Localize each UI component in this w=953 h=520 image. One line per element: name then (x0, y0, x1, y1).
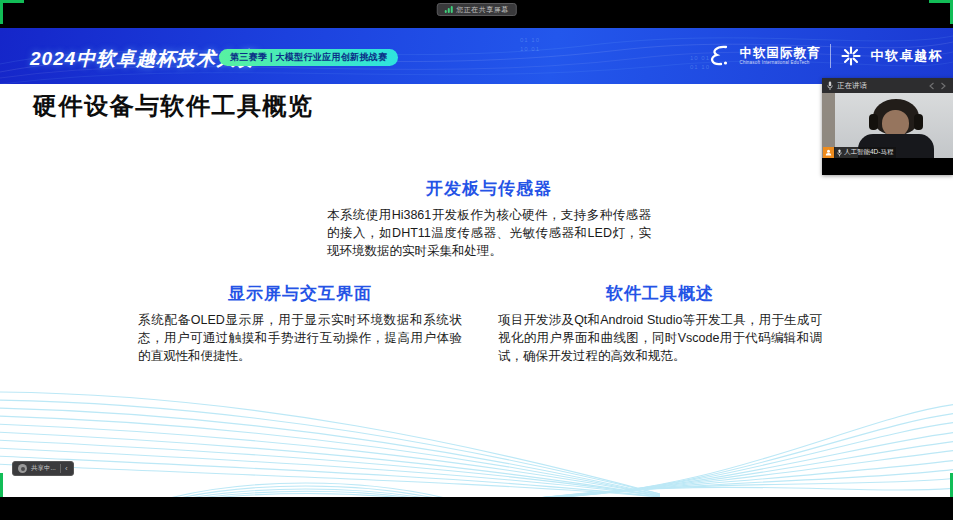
participant-name-label: 人工智能4D-马程 (834, 147, 896, 158)
speaking-status-text: 正在讲话 (837, 81, 867, 91)
webcam-overlay-panel[interactable]: 正在讲话 (822, 78, 953, 175)
section-dev-board: 开发板与传感器 本系统使用Hi3861开发板作为核心硬件，支持多种传感器的接入，… (327, 177, 651, 260)
season-badge: 第三赛季 | 大模型行业应用创新挑战赛 (219, 49, 398, 66)
prev-speaker-icon[interactable] (927, 82, 936, 90)
collapse-chevron-icon[interactable]: ‹ (65, 465, 68, 473)
season-badge-text: 第三赛季 | 大模型行业应用创新挑战赛 (230, 51, 387, 64)
share-status-text: 您正在共享屏幕 (456, 5, 509, 15)
excellence-cup-logo-text: 中软卓越杯 (871, 47, 944, 65)
meeting-app-icon (18, 464, 27, 473)
webcam-bottom-filler (822, 158, 953, 175)
participant-face (882, 110, 909, 137)
microphone-icon (837, 149, 842, 157)
section-body: 项目开发涉及Qt和Android Studio等开发工具，用于生成可视化的用户界… (498, 311, 822, 365)
share-frame-mark (0, 0, 24, 3)
section-body: 本系统使用Hi3861开发板作为核心硬件，支持多种传感器的接入，如DHT11温度… (327, 206, 651, 260)
logo1-name: 中软国际教育 (740, 47, 821, 61)
toolbar-divider (60, 464, 61, 473)
share-frame-mark (0, 473, 3, 497)
share-float-toolbar[interactable]: 共享中... ‹ (12, 461, 74, 476)
participant-name-row: 人工智能4D-马程 (823, 147, 896, 158)
logo1-subtitle: Chinasoft International EduTech (740, 60, 821, 65)
section-heading: 开发板与传感器 (327, 177, 651, 200)
headphone-right (914, 114, 923, 130)
hand-raise-badge (823, 147, 834, 158)
chinasoft-edu-logo-icon (707, 44, 731, 68)
excellence-cup-logo-icon (840, 45, 862, 67)
competition-banner: 01 10 10 01 10 01 01 10 2024中软卓越杯技术大赛 第三… (0, 28, 953, 84)
section-heading: 软件工具概述 (498, 282, 822, 305)
share-toolbar-label: 共享中... (31, 464, 56, 473)
logo-divider (830, 44, 831, 68)
section-heading: 显示屏与交互界面 (138, 282, 462, 305)
chinasoft-edu-logo-text: 中软国际教育 Chinasoft International EduTech (740, 47, 821, 66)
shared-slide: 硬件设备与软件工具概览 开发板与传感器 本系统使用Hi3861开发板作为核心硬件… (0, 84, 953, 497)
slide-title: 硬件设备与软件工具概览 (33, 90, 314, 122)
next-speaker-icon[interactable] (939, 82, 948, 90)
section-display: 显示屏与交互界面 系统配备OLED显示屏，用于显示实时环境数据和系统状态，用户可… (138, 282, 462, 365)
share-frame-mark (0, 0, 3, 24)
binary-decoration: 01 10 10 01 (520, 36, 540, 54)
microphone-icon (827, 81, 833, 91)
bottom-black-bar (0, 497, 953, 520)
slide-wave-decoration (0, 388, 953, 497)
participant-name-text: 人工智能4D-马程 (844, 148, 893, 157)
screen: 您正在共享屏幕 01 10 10 01 10 01 01 10 2024中软卓越… (0, 0, 953, 520)
signal-bars-icon (444, 6, 452, 13)
banner-logos: 中软国际教育 Chinasoft International EduTech 中… (707, 28, 944, 84)
section-body: 系统配备OLED显示屏，用于显示实时环境数据和系统状态，用户可通过触摸和手势进行… (138, 311, 462, 365)
webcam-header: 正在讲话 (822, 78, 953, 93)
headphone-left (869, 114, 878, 130)
screen-share-status-pill[interactable]: 您正在共享屏幕 (436, 3, 517, 16)
section-software: 软件工具概述 项目开发涉及Qt和Android Studio等开发工具，用于生成… (498, 282, 822, 365)
person-icon (825, 149, 832, 156)
